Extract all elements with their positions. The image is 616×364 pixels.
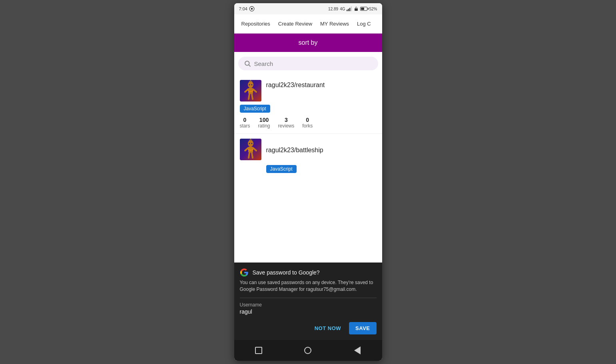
svg-rect-2 — [347, 10, 347, 11]
svg-point-10 — [248, 82, 253, 88]
svg-point-32 — [249, 143, 250, 144]
google-icon — [240, 268, 249, 277]
battery-percent: 52% — [369, 7, 377, 11]
signal-bars-icon — [347, 6, 352, 11]
chrome-icon — [249, 6, 255, 12]
search-input[interactable] — [254, 60, 373, 67]
username-value: ragul — [240, 308, 377, 315]
svg-rect-3 — [348, 9, 349, 11]
svg-point-19 — [249, 84, 250, 86]
lock-icon — [354, 6, 359, 11]
svg-point-23 — [248, 140, 253, 147]
save-button[interactable]: SAVE — [349, 322, 376, 334]
repo-name-2: ragul2k23/battleship — [266, 145, 323, 154]
circle-icon — [304, 347, 311, 354]
list-item[interactable]: ragul2k23/battleship — [234, 134, 382, 165]
status-bar: 7:04 12.89 4G 52% — [234, 3, 382, 14]
svg-line-8 — [249, 65, 250, 66]
svg-rect-4 — [349, 8, 350, 11]
svg-point-7 — [245, 61, 249, 66]
svg-point-33 — [251, 143, 252, 144]
reviews-value: 3 — [285, 117, 288, 123]
repo-name: ragul2k23/restaurant — [266, 80, 325, 89]
data-speed: 12.89 — [328, 7, 338, 11]
svg-line-18 — [252, 94, 253, 99]
repo-avatar-image-2 — [240, 139, 261, 160]
save-password-title: Save password to Google? — [253, 269, 320, 276]
nav-create-review[interactable]: Create Review — [274, 14, 316, 33]
avatar — [240, 80, 261, 101]
list-item[interactable]: ragul2k23/restaurant JavaScript 0 stars … — [234, 75, 382, 134]
save-password-dialog: Save password to Google? You can use sav… — [234, 263, 382, 340]
search-icon — [244, 60, 251, 67]
not-now-button[interactable]: NOT NOW — [310, 322, 346, 334]
save-password-subtitle: You can use saved passwords on any devic… — [234, 279, 382, 298]
square-icon — [255, 347, 262, 354]
svg-point-1 — [251, 8, 253, 10]
content-area: sort by — [234, 34, 382, 340]
forks-label: forks — [302, 123, 313, 129]
svg-point-21 — [250, 84, 251, 84]
nav-back-button[interactable] — [351, 344, 363, 356]
svg-rect-6 — [355, 8, 358, 11]
repo-tag: JavaScript — [240, 105, 270, 113]
reviews-label: reviews — [278, 123, 295, 129]
stars-label: stars — [240, 123, 250, 129]
forks-value: 0 — [306, 117, 309, 123]
repo-tag-2: JavaScript — [266, 165, 297, 173]
phone-frame: 7:04 12.89 4G 52% — [234, 3, 382, 361]
avatar — [240, 139, 261, 160]
svg-line-30 — [249, 153, 249, 158]
svg-point-34 — [250, 142, 251, 143]
nav-my-reviews[interactable]: MY Reviews — [316, 14, 353, 33]
sort-by-button[interactable]: sort by — [234, 34, 382, 52]
repo-avatar-image — [240, 80, 261, 101]
svg-line-31 — [252, 153, 253, 158]
triangle-icon — [354, 346, 361, 354]
rating-value: 100 — [259, 117, 269, 123]
nav-repositories[interactable]: Repositories — [237, 14, 274, 33]
rating-label: rating — [258, 123, 270, 129]
status-time: 7:04 — [239, 6, 247, 11]
stars-value: 0 — [243, 117, 247, 123]
username-label: Username — [240, 302, 377, 308]
nav-recent-apps-button[interactable] — [253, 344, 265, 356]
bottom-nav — [234, 340, 382, 361]
battery-icon — [360, 7, 367, 11]
search-bar[interactable] — [238, 57, 378, 70]
nav-log-out[interactable]: Log C — [353, 14, 375, 33]
svg-line-17 — [249, 94, 249, 99]
repo-stats: 0 stars 100 rating 3 reviews 0 forks — [240, 117, 377, 129]
svg-point-20 — [251, 84, 252, 86]
signal-type: 4G — [340, 7, 345, 11]
nav-bar: Repositories Create Review MY Reviews Lo… — [234, 14, 382, 34]
svg-rect-5 — [351, 6, 352, 11]
nav-home-button[interactable] — [302, 344, 314, 356]
